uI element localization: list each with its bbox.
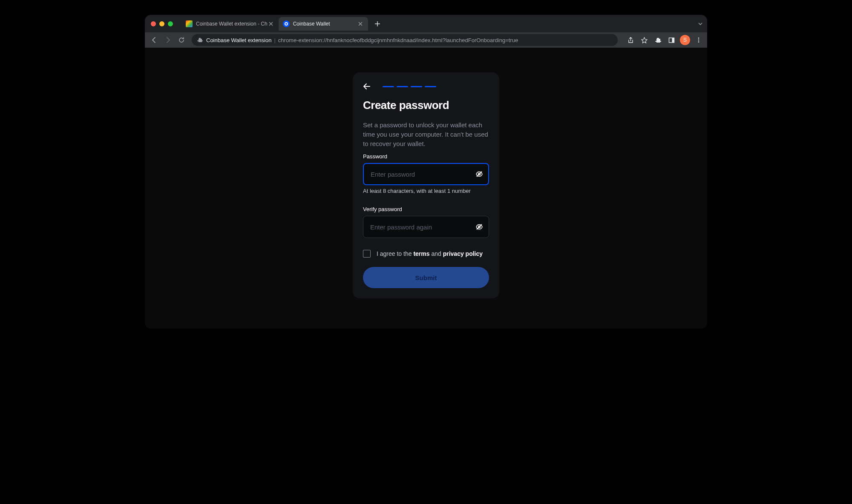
create-password-card: Create password Set a password to unlock… <box>353 72 499 298</box>
visibility-off-icon[interactable] <box>475 170 483 178</box>
profile-avatar[interactable]: S <box>680 35 690 45</box>
agree-prefix: I agree to the <box>377 250 413 257</box>
url-path: chrome-extension://hnfanknocfeofbddgcijn… <box>278 37 518 43</box>
tab-coinbase-wallet[interactable]: Coinbase Wallet <box>279 17 368 31</box>
window-minimize-button[interactable] <box>159 21 164 26</box>
window-maximize-button[interactable] <box>168 21 173 26</box>
progress-step <box>411 86 422 87</box>
verify-input-wrap <box>363 216 489 238</box>
new-tab-button[interactable] <box>371 18 383 30</box>
terms-link[interactable]: terms <box>413 250 429 257</box>
tab-overflow-button[interactable] <box>698 21 703 26</box>
page-content: Create password Set a password to unlock… <box>145 48 707 329</box>
visibility-off-icon[interactable] <box>475 223 483 231</box>
terms-agreement-row: I agree to the terms and privacy policy <box>363 250 489 258</box>
back-arrow-icon[interactable] <box>363 83 371 90</box>
tab-close-button[interactable] <box>268 20 274 27</box>
card-header <box>363 83 489 90</box>
agree-mid: and <box>430 250 443 257</box>
tab-title: Coinbase Wallet <box>293 21 357 27</box>
svg-point-4 <box>698 41 699 43</box>
share-icon[interactable] <box>625 35 636 45</box>
progress-step <box>397 86 408 87</box>
url-separator: | <box>274 37 275 43</box>
tab-title: Coinbase Wallet extension - Ch <box>196 21 268 27</box>
url-extension-name: Coinbase Wallet extension <box>206 37 271 43</box>
progress-step <box>383 86 394 87</box>
submit-button[interactable]: Submit <box>363 267 489 288</box>
svg-rect-1 <box>672 38 674 43</box>
page-description: Set a password to unlock your wallet eac… <box>363 120 489 148</box>
progress-indicator <box>383 86 436 87</box>
svg-point-2 <box>698 37 699 39</box>
bookmark-icon[interactable] <box>639 35 649 45</box>
address-bar[interactable]: Coinbase Wallet extension | chrome-exten… <box>192 34 618 46</box>
password-input-wrap <box>363 163 489 185</box>
terms-checkbox[interactable] <box>363 250 371 258</box>
chrome-store-icon <box>186 20 193 27</box>
verify-password-label: Verify password <box>363 206 489 212</box>
tab-close-button[interactable] <box>357 20 364 27</box>
progress-step <box>425 86 436 87</box>
tab-coinbase-store[interactable]: Coinbase Wallet extension - Ch <box>181 17 279 31</box>
side-panel-icon[interactable] <box>666 35 676 45</box>
page-title: Create password <box>363 99 489 112</box>
browser-window: Coinbase Wallet extension - Ch Coinbase … <box>145 15 707 329</box>
avatar-letter: S <box>683 37 687 43</box>
privacy-link[interactable]: privacy policy <box>443 250 483 257</box>
window-controls <box>151 21 173 26</box>
password-hint: At least 8 characters, with at least 1 n… <box>363 188 489 194</box>
tab-bar: Coinbase Wallet extension - Ch Coinbase … <box>145 15 707 32</box>
back-button[interactable] <box>148 34 160 46</box>
reload-button[interactable] <box>176 34 187 46</box>
extensions-icon[interactable] <box>653 35 663 45</box>
window-close-button[interactable] <box>151 21 156 26</box>
password-input[interactable] <box>363 163 489 185</box>
menu-icon[interactable] <box>694 35 704 45</box>
svg-point-3 <box>698 40 699 41</box>
forward-button[interactable] <box>162 34 174 46</box>
extension-icon <box>197 37 203 43</box>
toolbar-right: S <box>625 35 704 45</box>
nav-bar: Coinbase Wallet extension | chrome-exten… <box>145 32 707 48</box>
coinbase-icon <box>283 20 290 27</box>
password-label: Password <box>363 153 489 160</box>
verify-password-input[interactable] <box>363 216 489 238</box>
terms-label: I agree to the terms and privacy policy <box>377 250 483 257</box>
